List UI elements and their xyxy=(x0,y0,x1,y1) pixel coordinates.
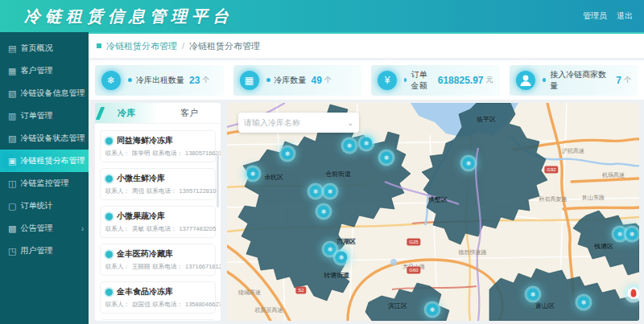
coldstorage-dot-icon xyxy=(105,289,113,296)
map-canvas xyxy=(227,103,639,321)
stat-card-rented-count: ❄ 冷库出租数量 23 个 xyxy=(95,65,224,96)
sidebar-item-home[interactable]: ▤ 首页概况 xyxy=(0,37,89,59)
map-search-box[interactable]: ⌄ xyxy=(238,113,359,133)
map-cluster-marker[interactable]: ❄ xyxy=(527,289,539,301)
district-label: 转塘街道 xyxy=(324,271,349,280)
stat-unit: 个 xyxy=(202,75,209,85)
order-stats-icon: ▢ xyxy=(8,201,16,211)
map-pin-marker[interactable] xyxy=(628,288,640,300)
map-cluster-marker[interactable]: ❄ xyxy=(324,244,336,256)
sidebar-item-rental-distribution[interactable]: ▣ 冷链租赁分布管理 xyxy=(0,150,89,172)
chevron-down-icon: ⌄ xyxy=(347,119,353,127)
breadcrumb-parent[interactable]: 冷链租赁分布管理 xyxy=(106,40,177,52)
app-header: 冷链租赁信息管理平台 管理员 退出 xyxy=(0,0,644,32)
phone-label: 联系电话： xyxy=(147,187,177,195)
contact-name: 赵国强 xyxy=(132,301,151,309)
stat-label: 订单金额 xyxy=(411,69,432,92)
facility-list[interactable]: 同益海鲜冷冻库 联系人：陈学明 联系电话：13805716621 小微生鲜冷库 … xyxy=(95,124,221,321)
phone-label: 联系电话： xyxy=(153,301,184,309)
district-label: 仓前街道 xyxy=(325,170,351,178)
sidebar-item-label: 冷链设备状态管理 xyxy=(20,133,85,144)
distribution-map[interactable]: ⌄ 余杭区仓前街道良渚街道临平区拱墅区西湖区转塘街道滨江区萧山区钱塘区杭长高速沪… xyxy=(227,103,639,321)
app-title: 冷链租赁信息管理平台 xyxy=(0,6,233,27)
sidebar-item-label: 用户管理 xyxy=(20,245,52,256)
map-cluster-marker[interactable]: ❄ xyxy=(282,148,294,160)
contact-name: 陈学明 xyxy=(132,150,151,158)
map-cluster-marker[interactable]: ❄ xyxy=(463,158,475,170)
road-shield: S2 xyxy=(295,287,306,294)
phone-value: 13588046627 xyxy=(185,301,221,309)
road-label: 机场高速 xyxy=(602,171,625,179)
breadcrumb-separator: / xyxy=(182,41,184,51)
sidebar-item-label: 首页概况 xyxy=(20,43,52,54)
sidebar-item-device-info[interactable]: ▧ 冷链设备信息管理 xyxy=(0,82,89,105)
list-item[interactable]: 小微果蔬冷库 联系人：吴敏 联系电话：13777483205 xyxy=(100,206,216,238)
map-cluster-marker[interactable]: ❄ xyxy=(381,152,393,164)
district-label: 萧山区 xyxy=(535,301,555,310)
stat-card-merchant-count: 接入冷链商家数量 7 个 xyxy=(510,65,638,96)
current-user-label: 管理员 xyxy=(583,10,607,22)
sidebar-item-customers[interactable]: ▦ 客户管理 xyxy=(0,59,89,82)
map-cluster-marker[interactable]: ❄ xyxy=(344,140,356,152)
stat-card-total-count: ▦ 冷库数量 49 个 xyxy=(233,65,362,96)
district-label: 西湖区 xyxy=(336,237,356,246)
road-label: 艮山东路 xyxy=(582,194,605,202)
contact-label: 联系人： xyxy=(105,263,130,271)
stat-unit: 元 xyxy=(486,75,493,85)
users-icon: ◳ xyxy=(8,246,16,256)
contact-label: 联系人： xyxy=(105,301,130,309)
stat-unit: 个 xyxy=(324,75,332,85)
road-label: 杭新景高速 xyxy=(255,306,283,314)
breadcrumb-current: 冷链租赁分布管理 xyxy=(189,40,260,52)
contact-name: 吴敏 xyxy=(132,225,144,233)
device-info-icon: ▧ xyxy=(8,88,16,99)
dot-icon xyxy=(404,78,407,82)
map-cluster-marker[interactable]: ❄ xyxy=(247,168,259,180)
chevron-right-icon: › xyxy=(81,224,84,233)
map-cluster-marker[interactable]: ❄ xyxy=(578,297,590,309)
map-cluster-marker[interactable]: ❄ xyxy=(361,137,373,150)
map-cluster-marker[interactable]: ❄ xyxy=(626,228,638,240)
sidebar-item-announcements[interactable]: ▩ 公告管理 › xyxy=(0,217,89,240)
list-item[interactable]: 金丰食品冷冻库 联系人：赵国强 联系电话：13588046627 xyxy=(100,281,216,314)
coldstorage-dot-icon xyxy=(105,137,113,145)
district-label: 余杭区 xyxy=(264,173,283,182)
phone-value: 13716671812 xyxy=(185,263,221,271)
road-shield: G92 xyxy=(544,166,558,174)
stat-value: 618825.97 xyxy=(438,75,484,86)
facility-list-panel: 冷库 客户 同益海鲜冷冻库 联系人：陈学明 联系电话：13805716621 小… xyxy=(95,103,221,321)
stats-row: ❄ 冷库出租数量 23 个 ▦ 冷库数量 49 个 ¥ 订单金额 618825.… xyxy=(89,60,644,100)
tab-customers[interactable]: 客户 xyxy=(158,103,221,123)
list-item[interactable]: 小微生鲜冷库 联系人：周强 联系电话：13957122810 xyxy=(100,168,216,200)
map-cluster-marker[interactable]: ❄ xyxy=(324,186,336,198)
list-item[interactable]: 大型仓储平冷库 联系人：李海峰 联系电话：13906501933 xyxy=(100,319,216,321)
sidebar-item-device-status[interactable]: ▨ 冷链设备状态管理 xyxy=(0,127,89,150)
stat-value: 23 xyxy=(189,75,200,86)
map-cluster-marker[interactable]: ❄ xyxy=(614,228,626,240)
stat-label: 冷库数量 xyxy=(275,75,307,86)
district-label: 拱墅区 xyxy=(428,195,448,204)
map-cluster-marker[interactable]: ❄ xyxy=(310,186,322,198)
item-title: 金丰医药冷藏库 xyxy=(117,248,173,260)
list-item[interactable]: 金丰医药冷藏库 联系人：王丽丽 联系电话：13716671812 xyxy=(100,244,216,276)
sidebar-item-label: 订单管理 xyxy=(20,110,52,121)
map-cluster-marker[interactable]: ❄ xyxy=(427,304,439,316)
road-shield: G25 xyxy=(407,239,420,246)
map-search-input[interactable] xyxy=(244,118,347,127)
sidebar-item-order-stats[interactable]: ▢ 订单统计 xyxy=(0,195,89,217)
sidebar-item-orders[interactable]: ▥ 订单管理 xyxy=(0,105,89,127)
road-shield: G60 xyxy=(407,267,420,274)
map-cluster-marker[interactable]: ❄ xyxy=(318,206,330,218)
logout-button[interactable]: 退出 xyxy=(617,10,633,22)
warehouse-icon: ▦ xyxy=(240,71,259,90)
contact-name: 王丽丽 xyxy=(132,263,151,271)
phone-value: 13805716621 xyxy=(185,150,221,158)
sidebar-item-users[interactable]: ◳ 用户管理 xyxy=(0,240,89,262)
item-title: 小微生鲜冷库 xyxy=(117,173,165,184)
list-item[interactable]: 同益海鲜冷冻库 联系人：陈学明 联系电话：13805716621 xyxy=(100,130,216,162)
tab-coldstorage[interactable]: 冷库 xyxy=(95,103,158,123)
map-cluster-marker[interactable]: ❄ xyxy=(336,252,348,264)
sidebar-item-monitoring[interactable]: ◫ 冷链监控管理 xyxy=(0,172,89,195)
contact-label: 联系人： xyxy=(105,187,130,195)
list-scrollbar[interactable] xyxy=(217,151,219,207)
